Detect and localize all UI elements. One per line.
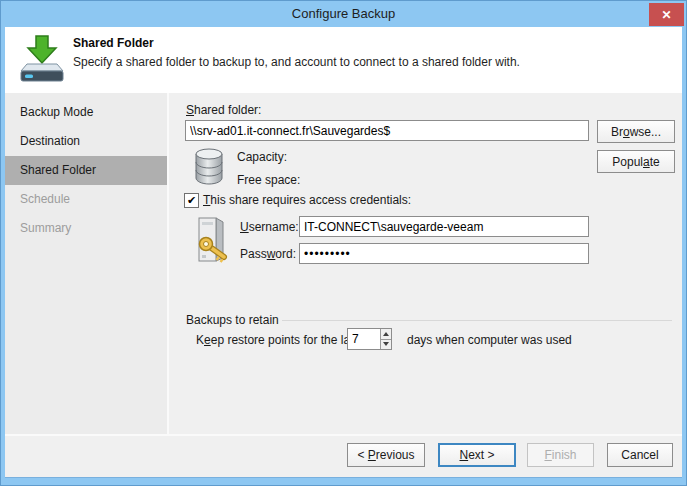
arrow-down-icon (383, 342, 389, 346)
backup-to-drive-icon (19, 33, 65, 85)
next-button[interactable]: Next > (438, 443, 516, 467)
capacity-label: Capacity: (237, 150, 287, 164)
title-bar[interactable]: Configure Backup ✕ (0, 0, 687, 27)
configure-backup-dialog: Configure Backup ✕ Shared Folder Specify… (0, 0, 687, 486)
shared-folder-panel: Shared folder: Browse... Populate Capaci… (171, 93, 682, 434)
populate-button[interactable]: Populate (597, 150, 675, 173)
retention-days-spinner[interactable] (347, 328, 392, 350)
step-description: Specify a shared folder to backup to, an… (73, 55, 520, 69)
free-space-label: Free space: (237, 173, 300, 187)
credentials-checkbox-label[interactable]: This share requires access credentials: (203, 193, 411, 207)
database-capacity-icon (192, 146, 226, 186)
wizard-header: Shared Folder Specify a shared folder to… (5, 27, 682, 93)
spinner-up-button[interactable] (381, 329, 391, 339)
credentials-checkbox[interactable]: ✔ (184, 193, 199, 208)
sidebar-item-schedule: Schedule (5, 185, 167, 214)
wizard-footer: < Previous Next > Finish Cancel (5, 434, 682, 478)
checkmark-icon: ✔ (187, 195, 196, 206)
shared-folder-label: Shared folder: (186, 103, 261, 117)
sidebar-item-destination[interactable]: Destination (5, 127, 167, 156)
shared-folder-input[interactable] (185, 120, 589, 141)
close-button[interactable]: ✕ (649, 3, 684, 26)
finish-button: Finish (527, 443, 594, 467)
retention-group-label: Backups to retain (186, 313, 279, 327)
username-input[interactable] (299, 216, 589, 237)
retention-suffix-label: days when computer was used (407, 333, 572, 347)
sidebar-item-backup-mode[interactable]: Backup Mode (5, 98, 167, 127)
retention-prefix-label: Keep restore points for the last (196, 333, 359, 347)
username-label: Username: (240, 220, 299, 234)
password-label: Password: (240, 247, 296, 261)
cancel-button[interactable]: Cancel (607, 443, 673, 467)
wizard-body: Backup Mode Destination Shared Folder Sc… (5, 93, 682, 434)
sidebar-item-summary: Summary (5, 214, 167, 243)
browse-button[interactable]: Browse... (597, 120, 675, 143)
retention-days-input[interactable] (348, 329, 380, 349)
credentials-key-icon (193, 215, 229, 263)
retention-group-divider (282, 320, 672, 321)
wizard-steps-sidebar: Backup Mode Destination Shared Folder Sc… (5, 93, 169, 434)
close-icon: ✕ (661, 8, 671, 22)
previous-button[interactable]: < Previous (347, 443, 425, 467)
window-title: Configure Backup (0, 0, 687, 27)
spinner-down-button[interactable] (381, 339, 391, 350)
arrow-up-icon (383, 332, 389, 336)
sidebar-item-shared-folder[interactable]: Shared Folder (5, 156, 167, 185)
step-title: Shared Folder (73, 36, 154, 50)
password-input[interactable] (299, 243, 589, 264)
